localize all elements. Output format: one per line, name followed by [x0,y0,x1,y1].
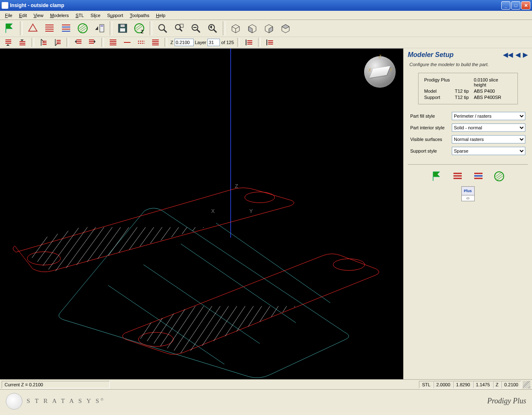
slice-tool-button[interactable] [26,21,40,35]
lines-dashed-button[interactable] [135,38,147,47]
svg-rect-16 [121,25,125,27]
svg-line-123 [262,306,295,356]
svg-line-113 [179,306,212,356]
sb-flag-button[interactable] [429,170,444,183]
rasters-red-button[interactable] [42,21,57,35]
sb-circle-hatch-button[interactable] [492,170,507,183]
visible-surfaces-select[interactable]: Normal rasters [452,135,525,143]
separator [223,21,225,35]
sb-rasters-mix-button[interactable] [471,170,486,183]
svg-line-22 [164,30,167,32]
layer-prev-button[interactable] [72,38,84,47]
prodigy-plus-button[interactable]: Plus ▭ [461,186,475,201]
svg-line-72 [181,244,296,323]
support-style-select[interactable]: Sparse [452,147,525,155]
svg-point-75 [245,192,275,203]
layer-next-button[interactable] [86,38,98,47]
layer-end-button[interactable] [52,38,63,47]
zoom-box-icon [174,23,185,34]
resize-grip-icon[interactable] [523,381,530,388]
info-support-label: Support [424,95,450,100]
menu-view[interactable]: View [30,12,47,19]
svg-line-108 [137,306,170,356]
zoom-in-button[interactable] [155,21,170,35]
maximize-button[interactable]: □ [511,1,520,10]
zoom-out-button[interactable] [189,21,203,35]
setup-button[interactable] [92,21,106,35]
svg-line-91 [145,227,179,273]
zoom-extents-button[interactable] [172,21,186,35]
lines-multi-button[interactable] [150,38,161,47]
info-model-label: Model [424,89,450,94]
svg-line-92 [154,227,187,273]
bracket-left-icon [245,39,253,46]
menu-help[interactable]: Help [153,12,169,19]
menu-slice[interactable]: Slice [87,12,104,19]
view-side-button[interactable] [262,21,276,35]
toolbar-layers: Z Layer of 125 [0,37,532,48]
rasters-mix-icon [473,171,484,182]
statusbar: Current Z = 0.2100 STL 2.0000 1.8290 1.1… [0,379,532,389]
info-modeler: Prodigy Plus [424,77,450,87]
3d-viewport[interactable]: X Y Z [0,48,403,379]
zoom-prev-button[interactable] [205,21,219,35]
line-single-icon [123,39,131,46]
triad-plane-icon [369,66,390,78]
lines-bracket-left-button[interactable] [243,38,255,47]
view-front-button[interactable] [245,21,259,35]
svg-line-99 [212,227,245,273]
info-support-mat: ABS P400SR [474,95,512,100]
view-iso-button[interactable] [229,21,243,35]
layer-start-button[interactable] [37,38,49,47]
lines-solid-button[interactable] [107,38,119,47]
svg-text:X: X [211,208,215,214]
menu-toolpaths[interactable]: Toolpaths [126,12,153,19]
layer-top-button[interactable] [2,38,14,47]
nav-first-button[interactable]: ◀◀ [503,51,513,59]
svg-line-28 [197,30,200,32]
lines-single-button[interactable] [121,38,133,47]
menu-stl[interactable]: STL [72,12,87,19]
svg-line-80 [54,227,87,273]
modeler-info-box: Prodigy Plus 0.0100 slice height Model T… [418,73,518,104]
close-button[interactable]: ✕ [521,1,530,10]
rasters-mix-button[interactable] [59,21,73,35]
floppy-icon [117,23,128,34]
interior-style-select[interactable]: Solid - normal [452,124,525,132]
layer-input[interactable] [207,39,220,46]
support-style-label: Support style [410,148,452,153]
lines-bracket-left2-button[interactable] [264,38,276,47]
view-top-button[interactable] [278,21,293,35]
menu-modelers[interactable]: Modelers [47,12,72,19]
menu-support[interactable]: Support [104,12,127,19]
status-z-label: Z [493,381,502,388]
minimize-button[interactable]: _ [501,1,510,10]
fill-style-select[interactable]: Perimeter / rasters [452,112,525,120]
magnifier-icon [157,23,168,34]
info-blank [455,77,469,87]
nav-prev-button[interactable]: ◀ [515,51,520,59]
z-field-group: Z Layer of 125 [170,39,234,46]
menu-file[interactable]: File [2,12,16,19]
triad-y-label: Y [389,68,392,72]
menu-edit[interactable]: Edit [16,12,30,19]
layer-bottom-button[interactable] [17,38,28,47]
circle-hatch-button[interactable] [76,21,90,35]
circle-z-button[interactable]: Z [132,21,146,35]
separator [66,38,69,47]
z-value-input[interactable] [175,39,194,46]
separator [258,38,261,47]
menubar: File Edit View Modelers STL Slice Suppor… [0,11,532,20]
app-icon [2,2,8,9]
sb-rasters-red-button[interactable] [450,170,465,183]
svg-line-111 [162,306,195,356]
view-triad[interactable]: Z X Y [364,56,396,88]
info-model-tip: T12 tip [455,89,469,94]
flag-green-button[interactable] [2,21,17,35]
save-button[interactable] [116,21,130,35]
svg-line-117 [212,306,245,356]
sidebar-title: Modeler Setup [408,51,503,59]
nav-next-button[interactable]: ▶ [523,51,528,59]
svg-line-83 [79,227,112,273]
circle-hatch-icon [494,171,505,182]
